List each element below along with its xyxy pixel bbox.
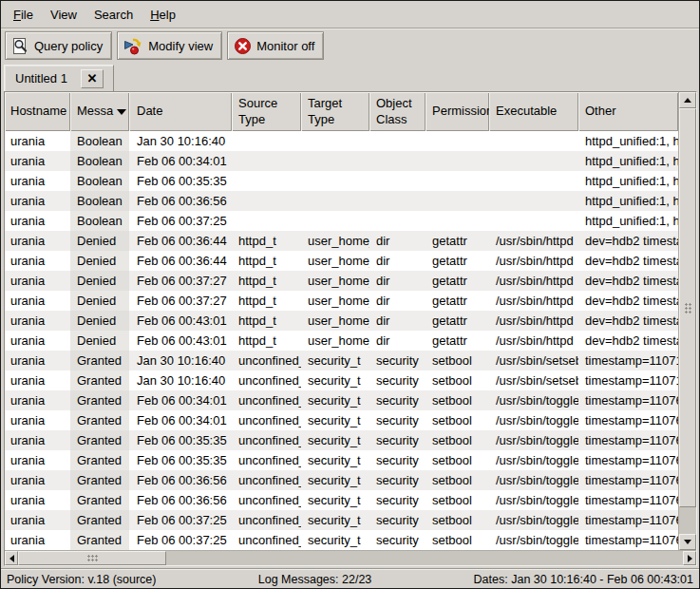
cell-source [232,171,301,191]
table-row[interactable]: uraniaGrantedFeb 06 00:35:35unconfined_s… [5,450,678,470]
table-row[interactable]: uraniaDeniedFeb 06 00:37:27httpd_tuser_h… [5,271,678,291]
cell-executable: /usr/sbin/httpd [489,271,578,291]
table-row[interactable]: uraniaDeniedFeb 06 00:37:27httpd_tuser_h… [5,291,678,311]
horizontal-scrollbar[interactable] [5,550,696,565]
table-row[interactable]: uraniaGrantedFeb 06 00:36:56unconfined_s… [5,470,678,490]
cell-other: dev=hdb2 timesta [578,291,678,311]
cell-other: timestamp=11076 [578,410,678,430]
table-row[interactable]: uraniaBooleanFeb 06 00:35:35httpd_unifie… [5,171,678,191]
table-row[interactable]: uraniaBooleanFeb 06 00:36:56httpd_unifie… [5,191,678,211]
cell-hostname: urania [5,530,70,550]
sort-descending-icon [117,109,126,115]
cell-other: dev=hdb2 timesta [578,331,678,351]
table-row[interactable]: uraniaGrantedFeb 06 00:34:01unconfined_s… [5,390,678,410]
column-header-permission[interactable]: Permission [426,92,489,131]
cell-target: security_t [301,530,369,550]
cell-objclass: security [369,490,426,510]
table-row[interactable]: uraniaBooleanJan 30 10:16:40httpd_unifie… [5,131,678,151]
menu-file[interactable]: File [5,8,42,22]
tab-untitled-1[interactable]: Untitled 1 ✕ [4,65,114,91]
cell-date: Feb 06 00:36:44 [129,231,232,251]
table-row[interactable]: uraniaGrantedJan 30 10:16:40unconfined_s… [5,370,678,390]
scroll-down-button[interactable] [679,534,696,550]
monitor-off-button[interactable]: Monitor off [227,31,324,60]
cell-objclass: security [369,390,426,410]
horizontal-scroll-thumb[interactable] [18,551,166,565]
modify-view-icon [123,36,143,56]
cell-permission: setbool [426,510,489,530]
cell-objclass [369,131,426,151]
query-policy-button[interactable]: Query policy [5,31,112,60]
column-header-hostname[interactable]: Hostname [5,92,70,131]
cell-source: unconfined_ [232,351,301,370]
cell-date: Jan 30 10:16:40 [129,370,232,390]
cell-other: httpd_unified:1, h [578,211,678,231]
scroll-left-button[interactable] [5,551,18,565]
cell-target: security_t [301,390,369,410]
menu-help[interactable]: Help [142,8,184,22]
scroll-up-button[interactable] [679,92,696,108]
table-row[interactable]: uraniaDeniedFeb 06 00:43:01httpd_tuser_h… [5,311,678,331]
column-header-executable[interactable]: Executable [489,92,578,131]
cell-objclass: dir [369,291,426,311]
cell-objclass: security [369,410,426,430]
cell-date: Feb 06 00:43:01 [129,311,232,331]
column-header-other[interactable]: Other [578,92,678,131]
cell-message: Boolean [70,211,129,231]
table-row[interactable]: uraniaGrantedFeb 06 00:35:35unconfined_s… [5,430,678,450]
cell-other: httpd_unified:1, h [578,131,678,151]
table-row[interactable]: uraniaBooleanFeb 06 00:34:01httpd_unifie… [5,151,678,171]
column-header-target-type[interactable]: Target Type [301,92,369,131]
column-header-date[interactable]: Date [129,92,232,131]
tab-close-button[interactable]: ✕ [81,69,104,88]
horizontal-scroll-track[interactable] [18,551,683,565]
scroll-right-button[interactable] [683,551,696,565]
cell-source [232,211,301,231]
table-header-row: Hostname Messa Date Source Type Target T… [5,92,678,131]
cell-date: Feb 06 00:35:35 [129,430,232,450]
cell-executable: /usr/sbin/toggle [489,430,578,450]
column-header-object-class[interactable]: Object Class [369,92,426,131]
cell-objclass: dir [369,331,426,351]
cell-executable: /usr/sbin/httpd [489,331,578,351]
table-row[interactable]: uraniaGrantedJan 30 10:16:40unconfined_s… [5,351,678,370]
cell-hostname: urania [5,510,70,530]
cell-executable: /usr/sbin/toggle [489,450,578,470]
vertical-scroll-thumb[interactable] [679,108,696,507]
table-row[interactable]: uraniaGrantedFeb 06 00:37:25unconfined_s… [5,510,678,530]
cell-objclass: security [369,351,426,370]
menu-view[interactable]: View [42,8,85,22]
menu-search[interactable]: Search [85,8,142,22]
vertical-scroll-track[interactable] [679,108,696,534]
cell-message: Denied [70,231,129,251]
cell-hostname: urania [5,370,70,390]
cell-executable [489,131,578,151]
cell-executable: /usr/sbin/toggle [489,510,578,530]
table-row[interactable]: uraniaGrantedFeb 06 00:34:01unconfined_s… [5,410,678,430]
cell-permission [426,131,489,151]
cell-executable [489,151,578,171]
cell-source: unconfined_ [232,410,301,430]
table-row[interactable]: uraniaGrantedFeb 06 00:37:25unconfined_s… [5,530,678,550]
table-row[interactable]: uraniaBooleanFeb 06 00:37:25httpd_unifie… [5,211,678,231]
vertical-scrollbar[interactable] [678,92,696,550]
cell-objclass: security [369,530,426,550]
cell-permission: getattr [426,311,489,331]
column-header-source-type[interactable]: Source Type [232,92,301,131]
cell-hostname: urania [5,450,70,470]
cell-other: timestamp=11076 [578,530,678,550]
cell-executable: /usr/sbin/toggle [489,470,578,490]
cell-hostname: urania [5,191,70,211]
cell-source: httpd_t [232,251,301,271]
column-header-message[interactable]: Messa [70,92,129,131]
table-row[interactable]: uraniaGrantedFeb 06 00:36:56unconfined_s… [5,490,678,510]
table-row[interactable]: uraniaDeniedFeb 06 00:36:44httpd_tuser_h… [5,251,678,271]
modify-view-button[interactable]: Modify view [117,31,222,60]
cell-objclass [369,191,426,211]
cell-other: httpd_unified:1, h [578,151,678,171]
table-row[interactable]: uraniaDeniedFeb 06 00:43:01httpd_tuser_h… [5,331,678,351]
table-row[interactable]: uraniaDeniedFeb 06 00:36:44httpd_tuser_h… [5,231,678,251]
cell-source: unconfined_ [232,430,301,450]
status-bar: Policy Version: v.18 (source) Log Messag… [1,568,699,588]
cell-target [301,131,369,151]
